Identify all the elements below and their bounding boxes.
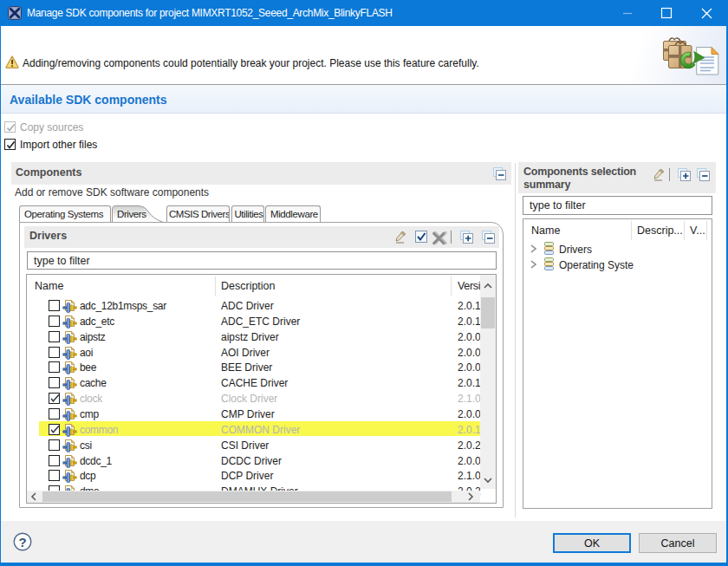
svg-text:?: ? (18, 535, 26, 550)
